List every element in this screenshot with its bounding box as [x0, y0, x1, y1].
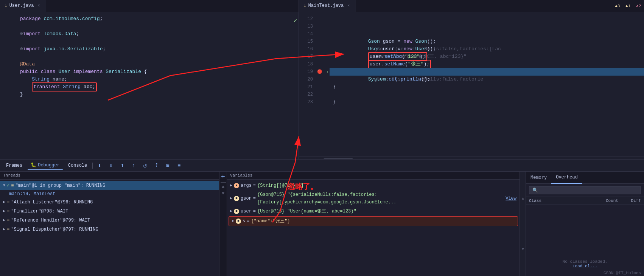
- user-java-tab[interactable]: ☕ User.java ×: [0, 0, 46, 12]
- add-variable-btn[interactable]: +: [221, 173, 225, 181]
- var-actions-column: + ▲ ▼: [219, 172, 227, 276]
- run-to-cursor-btn[interactable]: ↑: [129, 161, 138, 170]
- line-numbers-left: [0, 12, 17, 163]
- thread-main-label: "main"@1 in group "main": RUNNING: [15, 182, 105, 189]
- scroll-up-btn[interactable]: ▲: [222, 184, 224, 189]
- step-into-btn[interactable]: ⬇: [106, 161, 115, 170]
- threads-list: ▼ ✓ ≡ "main"@1 in group "main": RUNNING …: [0, 180, 219, 276]
- variables-list: ▶ ● args = {String[]@714} [] ▶ ■ gson = …: [227, 180, 520, 276]
- col-count-header: Count: [596, 198, 618, 203]
- col-class-header: Class: [529, 198, 596, 203]
- var-gson[interactable]: ▶ ■ gson = {Gson@715} "{serializeNulls:f…: [227, 190, 520, 207]
- memory-empty: No classes loaded. Load cl...: [526, 205, 644, 276]
- right-editor: ☕ MainTest.java × ▲3 ▲1 ✗2 12 13 14 15: [299, 0, 644, 163]
- var-args[interactable]: ▶ ● args = {String[]@714} []: [227, 181, 520, 190]
- scroll-down-btn[interactable]: ▼: [222, 191, 224, 196]
- load-classes-link[interactable]: Load cl...: [572, 264, 597, 268]
- thread-main[interactable]: ▼ ✓ ≡ "main"@1 in group "main": RUNNING: [0, 181, 219, 190]
- thread-sigdispatch[interactable]: ▶ ≡ "Signal Dispatcher"@797: RUNNING: [0, 225, 219, 234]
- thread-sigdispatch-label: "Signal Dispatcher"@797: RUNNING: [11, 226, 98, 233]
- variables-header: Variables: [227, 172, 520, 180]
- step-over-btn[interactable]: ⬇: [95, 161, 104, 170]
- var-scroll-down[interactable]: ▼: [522, 247, 524, 251]
- thread-finalizer[interactable]: ▶ ≡ "Finalizer"@798: WAIT: [0, 207, 219, 216]
- no-classes-text: No classes loaded.: [563, 259, 608, 264]
- thread-attach[interactable]: ▶ ≡ "Attach Listener"@796: RUNNING: [0, 198, 219, 207]
- warning-icons: ▲3 ▲1 ✗2: [615, 3, 644, 8]
- watches-btn[interactable]: ⊞: [163, 161, 172, 170]
- thread-main-sub[interactable]: main:19, MainTest: [0, 190, 219, 198]
- debug-content: Threads ▼ ✓ ≡ "main"@1 in group "main": …: [0, 172, 644, 276]
- thread-attach-label: "Attach Listener"@796: RUNNING: [11, 198, 93, 206]
- memory-table-header: Class Count Diff: [526, 197, 644, 205]
- var-user-icon: ■: [234, 209, 239, 214]
- var-args-icon: ●: [234, 183, 239, 188]
- tab-label: User.java: [9, 3, 34, 8]
- memory-search-input[interactable]: [529, 186, 641, 194]
- col-diff-header: Diff: [618, 198, 641, 203]
- gson-view-link[interactable]: View: [506, 195, 516, 202]
- memory-panel: Memory Overhead Class Count Diff No clas…: [526, 172, 644, 276]
- threads-panel: Threads ▼ ✓ ≡ "main"@1 in group "main": …: [0, 172, 219, 276]
- memory-search: [526, 184, 644, 197]
- thread-refhandler-label: "Reference Handler"@799: WAIT: [11, 217, 90, 224]
- var-scroll-up[interactable]: ▲: [522, 197, 524, 201]
- left-editor: ☕ User.java ×: [0, 0, 299, 163]
- close-tab-btn[interactable]: ×: [36, 3, 41, 8]
- thread-finalizer-label: "Finalizer"@798: WAIT: [11, 208, 68, 215]
- console-tab[interactable]: Console: [65, 161, 90, 170]
- var-scroll-bar: ▲ ▼: [520, 172, 526, 276]
- var-gson-icon: ■: [234, 196, 239, 201]
- overhead-tab[interactable]: Overhead: [551, 172, 582, 184]
- var-s[interactable]: ▶ ■ s = {"name":"张三"}: [229, 216, 518, 226]
- var-user[interactable]: ▶ ■ user = {User@716} "User(name=张三, abc…: [227, 207, 520, 216]
- trace-btn[interactable]: ⤴: [152, 161, 161, 170]
- close-maintest-tab-btn[interactable]: ×: [346, 3, 351, 8]
- line-numbers-right: 12 13 14 15 16 17 18 19 20 21 22 23: [299, 12, 316, 157]
- settings-btn[interactable]: ≡: [174, 161, 184, 170]
- maintest-tab-label: MainTest.java: [308, 3, 344, 8]
- frames-tab[interactable]: Frames: [3, 161, 25, 170]
- var-s-icon: ■: [236, 219, 241, 224]
- debugger-tab[interactable]: 🐛 Debugger: [28, 161, 63, 170]
- debug-toolbar: Frames 🐛 Debugger Console ⬇ ⬇ ⬆ ↑ ↺ ⤴ ⊞ …: [0, 159, 644, 172]
- maintest-java-tab[interactable]: ☕ MainTest.java ×: [299, 0, 356, 12]
- csdn-watermark: CSDN @IT_Holmes: [604, 271, 641, 275]
- code-right: Gson gson = new Gson(); gson: "{serializ…: [330, 12, 644, 157]
- check-icon: ✓: [294, 17, 297, 24]
- thread-refhandler[interactable]: ▶ ≡ "Reference Handler"@799: WAIT: [0, 216, 219, 225]
- code-left: package com.itholmes.config; ⊖import lom…: [17, 12, 299, 163]
- evaluate-btn[interactable]: ↺: [140, 161, 149, 170]
- variables-panel: Variables ▶ ● args = {String[]@714} [] ▶…: [227, 172, 520, 276]
- threads-header: Threads: [0, 172, 219, 180]
- memory-tabs: Memory Overhead: [526, 172, 644, 184]
- step-out-btn[interactable]: ⬆: [118, 161, 127, 170]
- memory-tab[interactable]: Memory: [526, 172, 551, 184]
